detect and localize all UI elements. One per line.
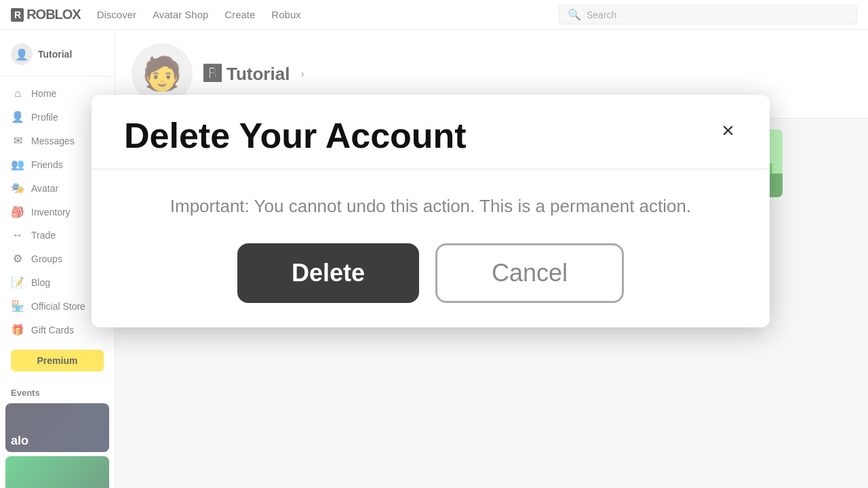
modal-close-button[interactable]: ×	[719, 117, 737, 144]
modal-title: Delete Your Account	[124, 117, 467, 155]
modal-warning-text: Important: You cannot undo this action. …	[124, 194, 737, 218]
cancel-button[interactable]: Cancel	[435, 243, 624, 303]
modal-buttons: Delete Cancel	[124, 243, 737, 303]
modal-header: Delete Your Account ×	[92, 95, 770, 169]
delete-button[interactable]: Delete	[237, 243, 419, 303]
delete-account-modal: Delete Your Account × Important: You can…	[92, 95, 770, 327]
modal-body: Important: You cannot undo this action. …	[92, 169, 770, 327]
